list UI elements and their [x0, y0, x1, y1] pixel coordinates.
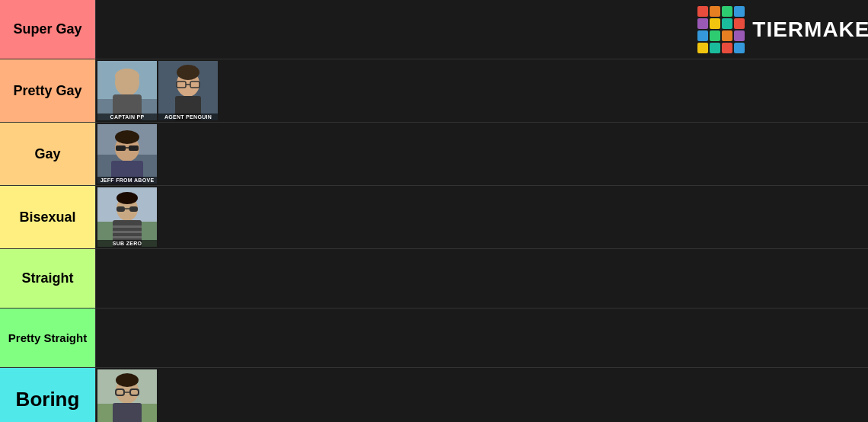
logo-text: TiERMAKER: [752, 18, 868, 42]
logo-grid-cell: [710, 18, 720, 29]
tier-content-super-gay[interactable]: TiERMAKER: [95, 0, 868, 59]
item-image-sub-zero: [97, 187, 157, 247]
logo-grid-cell: [710, 43, 720, 53]
logo-grid-cell: [697, 18, 708, 29]
svg-point-13: [177, 65, 199, 80]
tier-row-gay: Gay: [0, 123, 868, 186]
svg-rect-31: [113, 225, 142, 228]
logo-grid-cell: [734, 18, 745, 29]
tier-row-bisexual: Bisexual: [0, 186, 868, 249]
svg-rect-33: [113, 236, 142, 238]
item-label-jeff: JEFF FROM ABOVE: [97, 177, 157, 184]
tier-label-pretty-gay: Pretty Gay: [0, 59, 95, 122]
list-item[interactable]: SUB ZERO: [97, 187, 157, 247]
logo-grid-cell: [734, 30, 745, 41]
tier-label-boring: Boring: [0, 368, 95, 422]
logo-grid-cell: [697, 30, 708, 41]
svg-point-22: [115, 130, 139, 144]
tier-content-bisexual[interactable]: SUB ZERO: [95, 186, 868, 248]
item-image-jeff: [97, 124, 157, 184]
item-image-hallydoo: [97, 369, 157, 422]
logo-grid-cell: [722, 18, 732, 29]
item-label-captain-pp: CAPTAIN PP: [97, 113, 157, 120]
tier-content-pretty-gay[interactable]: CAPTAIN PP: [95, 59, 868, 122]
logo-grid-cell: [697, 43, 708, 53]
list-item[interactable]: AGENT PENGUIN: [158, 61, 218, 120]
svg-point-5: [115, 69, 139, 84]
item-label-agent-penguin: AGENT PENGUIN: [158, 113, 218, 120]
tier-content-straight[interactable]: [95, 249, 868, 308]
logo-grid-cell: [734, 43, 745, 53]
svg-rect-42: [113, 403, 142, 422]
tier-label-bisexual: Bisexual: [0, 186, 95, 248]
tier-label-pretty-straight: Pretty Straight: [0, 309, 95, 367]
svg-rect-28: [129, 206, 138, 212]
list-item[interactable]: CAPTAIN PP: [97, 61, 157, 120]
tier-row-pretty-gay: Pretty Gay: [0, 59, 868, 123]
logo-grid-cell: [722, 30, 732, 41]
svg-rect-19: [129, 145, 139, 151]
logo-grid: [697, 6, 745, 53]
tier-content-gay[interactable]: JEFF FROM ABOVE: [95, 123, 868, 185]
tier-row-straight: Straight: [0, 249, 868, 309]
item-image-agent-penguin: [158, 61, 218, 120]
item-image-captain-pp: [97, 61, 157, 120]
tier-label-gay: Gay: [0, 123, 95, 185]
svg-rect-32: [113, 231, 142, 233]
logo-grid-cell: [710, 6, 720, 17]
tier-label-straight: Straight: [0, 249, 95, 308]
logo-grid-cell: [710, 30, 720, 41]
svg-point-34: [116, 192, 138, 204]
tier-content-boring[interactable]: HALLYDOO: [95, 368, 868, 422]
tier-list: Super Gay TiERMAKER Pretty Gay: [0, 0, 868, 422]
tiermaker-logo: TiERMAKER: [716, 0, 868, 59]
svg-rect-27: [116, 206, 125, 212]
list-item[interactable]: HALLYDOO: [97, 369, 157, 422]
logo-grid-cell: [697, 6, 708, 17]
tier-content-pretty-straight[interactable]: [95, 309, 868, 367]
item-label-sub-zero: SUB ZERO: [97, 240, 157, 247]
svg-rect-18: [116, 145, 126, 151]
logo-grid-cell: [722, 43, 732, 53]
tier-row-super-gay: Super Gay TiERMAKER: [0, 0, 868, 59]
logo-grid-cell: [734, 6, 745, 17]
tier-label-super-gay: Super Gay: [0, 0, 95, 59]
tier-row-boring: Boring: [0, 368, 868, 422]
svg-point-43: [116, 373, 139, 387]
logo-grid-cell: [722, 6, 732, 17]
tier-row-pretty-straight: Pretty Straight: [0, 309, 868, 368]
list-item[interactable]: JEFF FROM ABOVE: [97, 124, 157, 184]
